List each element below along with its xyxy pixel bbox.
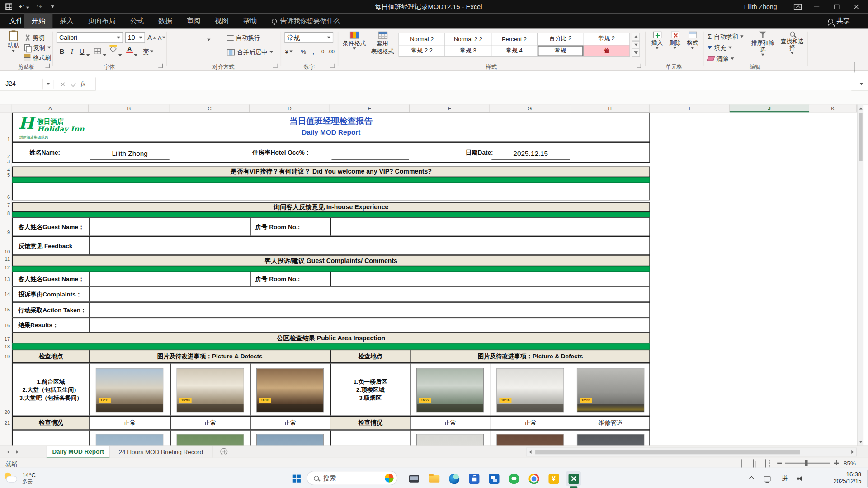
inspection-photo[interactable]: 15:53 (177, 368, 244, 412)
scroll-up-button[interactable] (858, 104, 863, 112)
hscroll-left-button[interactable] (528, 448, 533, 456)
scroll-down-button[interactable] (858, 438, 863, 446)
cell-style[interactable]: 常规 2 2 (399, 45, 445, 56)
row-header[interactable]: 10 (0, 249, 10, 254)
sheet-nav-left-button[interactable] (5, 446, 12, 458)
complaints-section-header[interactable]: 客人投诉/建议 Guest Complaints/ Comments (12, 255, 650, 266)
row-header[interactable]: 14 (0, 291, 10, 297)
zoom-level[interactable]: 85% (844, 460, 856, 467)
report-info-row[interactable]: 姓名Name: Lilith Zhong 住房率Hotel Occ%： 日期Da… (12, 142, 650, 163)
font-dialog-launcher[interactable] (158, 64, 163, 68)
delete-cells-button[interactable]: 删除 (666, 32, 683, 49)
merge-center-button[interactable]: 合并后居中 (227, 47, 273, 56)
tab-data[interactable]: 数据 (151, 13, 179, 28)
inspection-table-header[interactable]: 检查地点 图片及待改进事项：Picture & Defects 检查地点 图片及… (12, 350, 650, 363)
font-color-dropdown[interactable] (134, 49, 137, 59)
borders-button[interactable] (93, 47, 102, 55)
collapse-ribbon-button[interactable] (855, 63, 855, 73)
inspection-photo[interactable] (96, 434, 163, 446)
confirm-entry-button[interactable] (69, 79, 79, 89)
number-format-combobox[interactable]: 常规 (284, 32, 333, 43)
horizontal-scroll-thumb[interactable] (535, 450, 800, 455)
tab-review[interactable]: 审阅 (179, 13, 208, 28)
insert-cells-button[interactable]: 插入 (649, 32, 665, 49)
results-row[interactable]: 结果Results： (12, 318, 650, 333)
row-header[interactable]: 16 (0, 323, 10, 328)
conditional-formatting-button[interactable]: 条件格式 (341, 32, 368, 50)
vip-answer-cell[interactable] (12, 183, 650, 200)
column-header-g[interactable]: G (490, 104, 571, 112)
taskbar-clock[interactable]: 16:38 2025/12/15 (818, 471, 862, 485)
start-button[interactable] (289, 471, 304, 486)
orientation-button[interactable] (207, 33, 210, 43)
inspection-photo-row-partial[interactable] (12, 430, 650, 445)
cell-style[interactable]: 常规 3 (445, 45, 491, 56)
tab-insert[interactable]: 插入 (52, 13, 80, 28)
status-cell[interactable]: 正常 (410, 417, 491, 429)
tab-formulas[interactable]: 公式 (123, 13, 151, 28)
column-header-i[interactable]: I (650, 104, 730, 112)
sheet-tab-active[interactable]: Daily MOD Report (47, 446, 110, 458)
taskbar-app-edge[interactable] (446, 471, 462, 486)
number-dialog-launcher[interactable] (330, 64, 335, 68)
tab-view[interactable]: 视图 (208, 13, 236, 28)
taskbar-app-store[interactable] (466, 471, 481, 486)
complaint-row[interactable]: 投诉事由Complaints： (12, 286, 650, 302)
column-header-f[interactable]: F (410, 104, 490, 112)
column-header-j-selected[interactable]: J (730, 104, 809, 112)
status-cell[interactable]: 维修管道 (571, 417, 650, 429)
app-icon[interactable] (5, 3, 14, 10)
fill-color-dropdown[interactable] (118, 49, 122, 59)
redo-button[interactable]: ↷ (37, 2, 42, 12)
format-cells-button[interactable]: 格式 (684, 32, 701, 49)
inspection-photo[interactable]: 16:16 (496, 368, 564, 412)
row-header[interactable]: 6 (0, 194, 10, 200)
name-box[interactable]: J24 (1, 79, 43, 89)
status-cell[interactable]: 正常 (170, 417, 250, 429)
new-sheet-button[interactable] (220, 448, 227, 455)
tray-hidden-icons-button[interactable] (747, 475, 755, 483)
gallery-more-button[interactable] (632, 49, 640, 57)
inspection-status-row[interactable]: 检查情况 正常 正常 正常 检查情况 正常 正常 维修管道 (12, 416, 650, 430)
name-box-dropdown[interactable] (44, 79, 52, 89)
row-header[interactable]: 17 (0, 336, 10, 342)
close-button[interactable] (847, 0, 866, 13)
cell-style[interactable]: 常规 4 (491, 45, 537, 56)
status-cell[interactable]: 正常 (89, 417, 170, 429)
alignment-dialog-launcher[interactable] (273, 64, 278, 68)
inspection-photo[interactable] (496, 434, 564, 446)
undo-button[interactable]: ↶ (19, 2, 29, 12)
phonetic-guide-button[interactable]: 变 (143, 47, 153, 56)
date-value[interactable]: 2025.12.15 (491, 146, 570, 159)
find-select-button[interactable]: 查找和选择 (778, 32, 806, 54)
underline-dropdown[interactable] (86, 49, 90, 59)
borders-dropdown[interactable] (103, 49, 106, 59)
taskbar-app-excel-active[interactable] (566, 471, 581, 486)
format-painter-button[interactable]: 格式刷 (24, 53, 51, 62)
weather-widget[interactable]: 14°C 多云 (5, 471, 36, 484)
zoom-out-button[interactable] (777, 463, 782, 464)
vip-section-header[interactable]: 是否有VIP接待？有何建议？ Did You welcome any VIP? … (12, 167, 650, 177)
copy-button[interactable]: 复制 (24, 43, 51, 52)
feedback-row[interactable]: 反馈意见 Feedback (12, 236, 650, 255)
worksheet-grid[interactable]: H 假日酒店 Holiday Inn 洲际酒店集团成员 当日值班经理检查报告 D… (12, 113, 857, 446)
status-cell[interactable]: 正常 (491, 417, 571, 429)
maximize-button[interactable] (827, 0, 846, 13)
wrap-text-button[interactable]: 自动换行 (227, 33, 260, 42)
cell-style-selected[interactable]: 常规 (538, 45, 583, 56)
taskbar-app-file-explorer[interactable] (426, 471, 442, 486)
autosum-button[interactable]: Σ自动求和 (708, 32, 744, 41)
complaint-guest-name-row[interactable]: 客人姓名Guest Name： 房号 Room No.: (12, 272, 650, 286)
row-header[interactable]: 21 (0, 421, 10, 426)
font-name-combobox[interactable]: Calibri (57, 32, 123, 43)
cancel-entry-button[interactable] (57, 79, 67, 89)
row-header[interactable]: 19 (0, 354, 10, 360)
occupancy-value[interactable] (331, 146, 409, 159)
sheet-nav-right-button[interactable] (13, 446, 21, 458)
vertical-scroll-thumb[interactable] (859, 113, 863, 161)
inspection-photo[interactable]: 16:22 (577, 368, 644, 412)
formula-bar-expand-button[interactable] (857, 79, 866, 89)
inspection-section-header[interactable]: 公区检查结果 Public Area Inspection (12, 333, 650, 343)
column-header-d[interactable]: D (250, 104, 330, 112)
hscroll-right-button[interactable] (850, 448, 855, 456)
